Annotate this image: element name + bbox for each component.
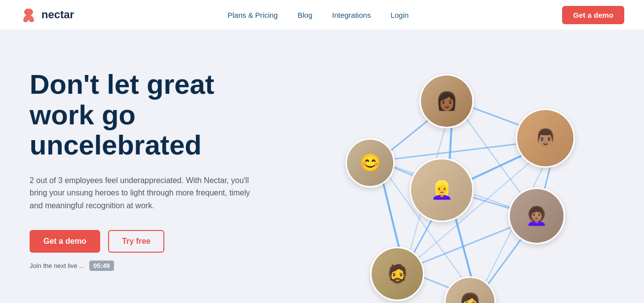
avatar-6: 🧔: [370, 247, 424, 301]
logo[interactable]: nectar: [20, 6, 74, 24]
logo-icon: [20, 6, 38, 24]
avatar-4: 👱‍♀️: [410, 158, 474, 222]
hero-live-bar: Join the next live ... 05:49: [30, 261, 286, 271]
nav-plans-pricing[interactable]: Plans & Pricing: [227, 11, 278, 19]
hero-section: Don't let great work go uncelebrated 2 o…: [0, 30, 644, 303]
hero-subtext: 2 out of 3 employees feel underappreciat…: [30, 174, 257, 212]
hero-live-label: Join the next live ...: [30, 262, 84, 269]
hero-live-timer: 05:49: [89, 261, 114, 271]
hero-try-free-button[interactable]: Try free: [108, 230, 164, 253]
nav-login[interactable]: Login: [390, 11, 409, 19]
hero-heading: Don't let great work go uncelebrated: [30, 69, 286, 160]
avatar-5: 👩🏽‍🦱: [508, 188, 565, 244]
nav-blog[interactable]: Blog: [298, 11, 312, 19]
nav-integrations[interactable]: Integrations: [332, 11, 371, 19]
avatar-1: 👩🏾: [419, 74, 474, 128]
hero-left-content: Don't let great work go uncelebrated 2 o…: [30, 59, 286, 271]
nav-links: Plans & Pricing Blog Integrations Login: [227, 11, 409, 19]
avatar-2: 👨🏽: [516, 109, 575, 168]
avatar-3: 😊: [345, 138, 395, 188]
network-diagram: 👩🏾 👨🏽 😊 👱‍♀️ 👩🏽‍🦱 🧔 👩: [306, 59, 614, 303]
nav-get-demo-button[interactable]: Get a demo: [562, 6, 624, 24]
hero-buttons: Get a demo Try free: [30, 230, 286, 253]
hero-get-demo-button[interactable]: Get a demo: [30, 230, 100, 253]
navbar: nectar Plans & Pricing Blog Integrations…: [0, 0, 644, 30]
